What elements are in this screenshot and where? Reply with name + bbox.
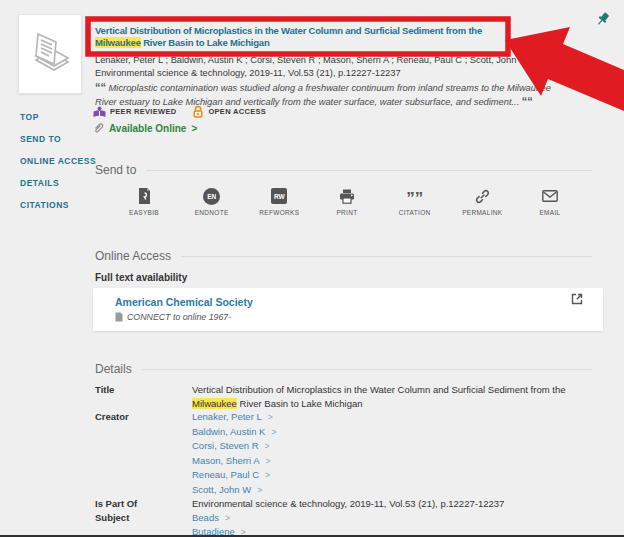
sidebar-item-citations[interactable]: CITATIONS	[20, 200, 96, 210]
print-icon	[339, 187, 355, 205]
document-stack-icon	[28, 26, 72, 82]
snippet-text: Microplastic contamination was studied a…	[95, 83, 551, 107]
full-text-service-card[interactable]	[93, 288, 603, 331]
record-badges: PEER REVIEWED OPEN ACCESS	[93, 105, 266, 118]
citation-button[interactable]: ”” CITATION	[384, 187, 446, 216]
creator-link[interactable]: Lenaker, Peter L>	[192, 410, 605, 425]
details-section-heading: Details	[95, 362, 592, 376]
provider-link[interactable]: American Chemical Society	[115, 296, 253, 308]
email-button[interactable]: EMAIL	[519, 187, 581, 216]
details-is-part-of-value: Environmental science & technology, 2019…	[192, 497, 605, 511]
sidebar-item-details[interactable]: DETAILS	[20, 178, 96, 188]
available-online-link[interactable]: Available Online >	[93, 122, 197, 134]
permalink-button[interactable]: PERMALINK	[451, 187, 513, 216]
record-page: Vertical Distribution of Microplastics i…	[0, 0, 624, 537]
chevron-right-icon: >	[268, 412, 273, 422]
send-to-actions: EASYBIB EN ENDNOTE RW REFWORKS P	[113, 187, 581, 216]
permalink-chain-icon	[475, 187, 490, 205]
title-text: Vertical Distribution of Microplastics i…	[95, 25, 482, 36]
details-rows: Title Vertical Distribution of Microplas…	[95, 383, 605, 537]
refworks-label: REFWORKS	[259, 209, 299, 216]
pushpin-icon	[594, 10, 612, 28]
details-title-label: Title	[95, 383, 192, 397]
chevron-right-icon: >	[266, 456, 271, 466]
open-in-new-icon[interactable]	[571, 293, 583, 305]
details-is-part-of-label: Is Part Of	[95, 497, 192, 511]
record-authors: Lenaker, Peter L ; Baldwin, Austin K ; C…	[95, 55, 560, 65]
endnote-button[interactable]: EN ENDNOTE	[181, 187, 243, 216]
print-button[interactable]: PRINT	[316, 187, 378, 216]
peer-reviewed-label: PEER REVIEWED	[110, 107, 176, 116]
creator-link[interactable]: Reneau, Paul C>	[192, 468, 605, 483]
easybib-label: EASYBIB	[129, 209, 159, 216]
sidebar-item-send-to[interactable]: SEND TO	[20, 134, 96, 144]
details-row-is-part-of: Is Part Of Environmental science & techn…	[95, 497, 605, 511]
subject-link[interactable]: Beads>	[192, 511, 605, 526]
search-term-highlight: Milwaukee	[192, 398, 237, 409]
easybib-button[interactable]: EASYBIB	[113, 187, 175, 216]
heading-rule	[181, 256, 592, 257]
creator-link[interactable]: Corsi, Steven R>	[192, 439, 605, 454]
peer-reviewed-badge: PEER REVIEWED	[93, 106, 176, 118]
details-subject-label: Subject	[95, 511, 192, 525]
close-quote-icon: ““	[522, 95, 533, 107]
coverage-note: CONNECT to online 1967-	[115, 312, 231, 322]
available-online-label: Available Online	[109, 123, 186, 134]
open-access-label: OPEN ACCESS	[208, 107, 266, 116]
open-access-badge: OPEN ACCESS	[192, 105, 266, 118]
email-label: EMAIL	[539, 209, 560, 216]
refworks-button[interactable]: RW REFWORKS	[248, 187, 310, 216]
chevron-right-icon: >	[191, 123, 197, 134]
creator-link[interactable]: Baldwin, Austin K>	[192, 425, 605, 440]
print-label: PRINT	[336, 209, 357, 216]
endnote-icon: EN	[203, 187, 220, 205]
page-icon	[115, 312, 123, 322]
refworks-icon: RW	[271, 187, 287, 205]
details-title-value: Vertical Distribution of Microplastics i…	[192, 383, 605, 410]
send-to-heading-label: Send to	[95, 163, 136, 177]
endnote-label: ENDNOTE	[195, 209, 229, 216]
details-row-subject: Subject Beads> Butadiene> Contamination>	[95, 511, 605, 537]
search-term-highlight: Milwaukee	[95, 37, 141, 48]
online-access-section-heading: Online Access	[95, 249, 592, 263]
title-text-end: River Basin to Lake Michigan	[141, 37, 270, 48]
record-snippet: ““ Microplastic contamination was studie…	[95, 81, 557, 108]
details-heading-label: Details	[95, 362, 132, 376]
send-to-section-heading: Send to	[95, 163, 592, 177]
details-row-title: Title Vertical Distribution of Microplas…	[95, 383, 605, 410]
heading-rule	[142, 369, 592, 370]
email-envelope-icon	[542, 187, 558, 205]
details-creator-label: Creator	[95, 410, 192, 424]
chevron-right-icon: >	[225, 513, 230, 523]
record-source-citation: Environmental science & technology, 2019…	[95, 68, 560, 78]
online-access-heading-label: Online Access	[95, 249, 171, 263]
details-row-creator: Creator Lenaker, Peter L> Baldwin, Austi…	[95, 410, 605, 497]
heading-rule	[146, 170, 592, 171]
chevron-right-icon: >	[265, 470, 270, 480]
creator-link[interactable]: Mason, Sherri A>	[192, 454, 605, 469]
pin-record-button[interactable]	[594, 10, 612, 28]
chevron-right-icon: >	[265, 441, 270, 451]
record-thumbnail	[18, 14, 82, 94]
full-text-availability-label: Full text availability	[95, 272, 187, 283]
open-quote-icon: ““	[95, 81, 106, 93]
coverage-text: CONNECT to online 1967-	[127, 312, 231, 322]
open-access-icon	[192, 105, 204, 118]
citation-quotes-icon: ””	[406, 187, 423, 205]
easybib-icon	[138, 187, 151, 205]
chevron-right-icon: >	[257, 485, 262, 495]
section-nav-sidebar: TOP SEND TO ONLINE ACCESS DETAILS CITATI…	[20, 112, 96, 210]
sidebar-item-online-access[interactable]: ONLINE ACCESS	[20, 156, 96, 166]
record-title-link[interactable]: Vertical Distribution of Microplastics i…	[95, 25, 503, 49]
sidebar-item-top[interactable]: TOP	[20, 112, 96, 122]
creator-link[interactable]: Scott, John W>	[192, 483, 605, 498]
permalink-label: PERMALINK	[462, 209, 502, 216]
citation-label: CITATION	[399, 209, 431, 216]
chevron-right-icon: >	[271, 427, 276, 437]
